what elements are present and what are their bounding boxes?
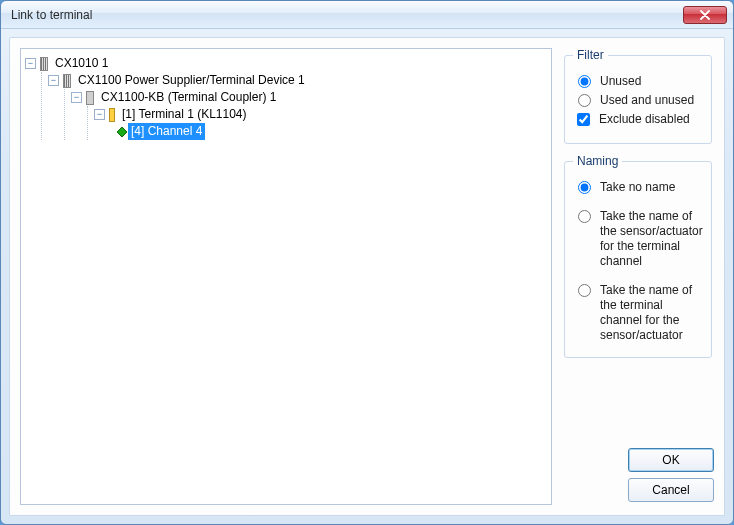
tree-node-terminal[interactable]: [1] Terminal 1 (KL1104) xyxy=(94,106,547,123)
window-title: Link to terminal xyxy=(11,8,683,22)
device-icon xyxy=(63,74,71,88)
naming-group: Naming Take no name Take the name of the… xyxy=(564,154,712,358)
tree-node-cx1010[interactable]: CX1010 1 xyxy=(25,55,547,72)
filter-unused-radio[interactable] xyxy=(578,75,591,88)
spacer xyxy=(562,368,714,445)
naming-legend: Naming xyxy=(573,154,622,168)
tree-label: [1] Terminal 1 (KL1104) xyxy=(119,106,250,123)
naming-none-radio[interactable] xyxy=(578,181,591,194)
filter-unused-label: Unused xyxy=(600,74,641,89)
expand-toggle[interactable] xyxy=(71,92,82,103)
device-icon xyxy=(40,57,48,71)
naming-sensor-for-channel-radio[interactable] xyxy=(578,210,591,223)
close-button[interactable] xyxy=(683,6,727,24)
svg-marker-0 xyxy=(117,127,127,137)
naming-channel-for-sensor-label: Take the name of the terminal channel fo… xyxy=(600,283,703,343)
filter-used-unused-label: Used and unused xyxy=(600,93,694,108)
terminal-icon xyxy=(109,108,115,122)
naming-none-label: Take no name xyxy=(600,180,675,195)
filter-exclude-disabled-checkbox[interactable] xyxy=(577,113,590,126)
tree-node-coupler[interactable]: CX1100-KB (Terminal Coupler) 1 xyxy=(71,89,547,106)
tree-node-cx1100[interactable]: CX1100 Power Supplier/Terminal Device 1 xyxy=(48,72,547,89)
close-icon xyxy=(700,10,710,20)
naming-sensor-for-channel-label: Take the name of the sensor/actuator for… xyxy=(600,209,703,269)
content-area: CX1010 1 CX1100 Power Supplier/Terminal … xyxy=(9,37,725,516)
filter-legend: Filter xyxy=(573,48,608,62)
ok-button[interactable]: OK xyxy=(628,448,714,472)
channel-icon xyxy=(116,126,128,138)
dialog-window: Link to terminal CX1010 1 CX1100 Power S… xyxy=(0,0,734,525)
naming-channel-for-sensor-radio[interactable] xyxy=(578,284,591,297)
tree-label: CX1100-KB (Terminal Coupler) 1 xyxy=(98,89,279,106)
expand-toggle[interactable] xyxy=(94,109,105,120)
tree-panel[interactable]: CX1010 1 CX1100 Power Supplier/Terminal … xyxy=(20,48,552,505)
tree-view[interactable]: CX1010 1 CX1100 Power Supplier/Terminal … xyxy=(25,55,547,140)
expand-toggle[interactable] xyxy=(25,58,36,69)
tree-label-selected: [4] Channel 4 xyxy=(128,123,205,140)
cancel-button[interactable]: Cancel xyxy=(628,478,714,502)
titlebar[interactable]: Link to terminal xyxy=(1,1,733,29)
expand-toggle[interactable] xyxy=(48,75,59,86)
tree-label: CX1010 1 xyxy=(52,55,111,72)
filter-exclude-disabled-label: Exclude disabled xyxy=(599,112,690,127)
filter-used-unused-radio[interactable] xyxy=(578,94,591,107)
tree-label: CX1100 Power Supplier/Terminal Device 1 xyxy=(75,72,308,89)
filter-group: Filter Unused Used and unused Exclude di… xyxy=(564,48,712,144)
device-icon xyxy=(86,91,94,105)
tree-node-channel[interactable]: [4] Channel 4 xyxy=(116,123,547,140)
side-panel: Filter Unused Used and unused Exclude di… xyxy=(562,48,714,505)
